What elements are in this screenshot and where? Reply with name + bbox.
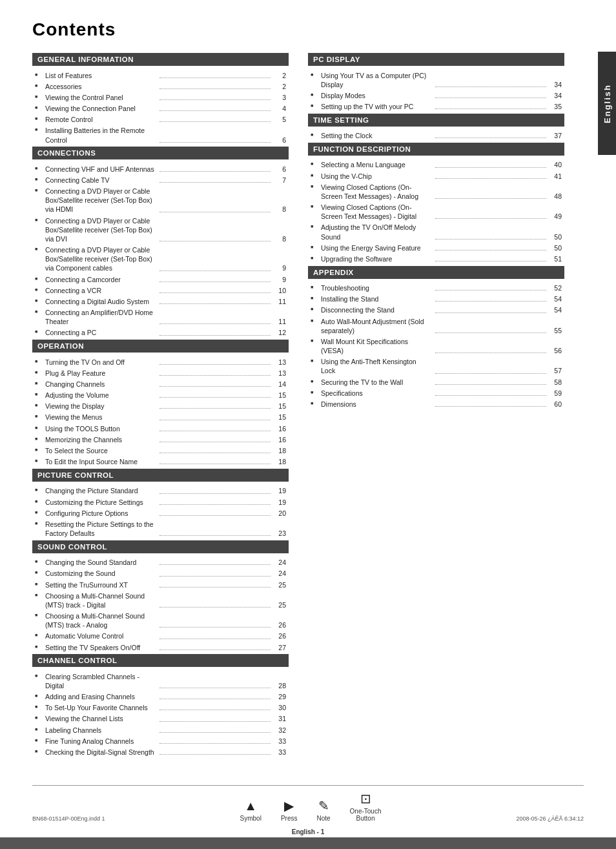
- toc-item: ■Labeling Channels32: [32, 724, 289, 735]
- toc-item-dots: [159, 576, 271, 577]
- toc-item-dots: [159, 99, 271, 100]
- press-icon: ▶: [284, 799, 294, 812]
- toc-item: ■Auto Wall-Mount Adjustment (Sold separa…: [308, 316, 564, 336]
- toc-item-dots: [435, 395, 547, 396]
- toc-item-page: 54: [549, 294, 562, 303]
- toc-item-text: Installing the Stand: [321, 294, 433, 303]
- toc-item-row: Wall Mount Kit Specifications (VESA)56: [321, 337, 562, 355]
- toc-bullet: ■: [35, 558, 43, 564]
- toc-item: ■Setting the Clock37: [308, 130, 564, 141]
- toc-bullet: ■: [35, 704, 43, 710]
- toc-item-row: To Select the Source18: [45, 446, 286, 455]
- section-header-time-setting: TIME SETTING: [308, 114, 564, 127]
- col-right: PC DISPLAY■Using Your TV as a Computer (…: [308, 53, 564, 759]
- toc-item-row: Viewing Closed Captions (On-Screen Text …: [321, 183, 562, 201]
- toc-item-row: Connecting an Amplifier/DVD Home Theater…: [45, 308, 286, 326]
- toc-item-page: 16: [273, 424, 286, 433]
- toc-item-row: List of Features2: [45, 71, 286, 80]
- toc-item-page: 15: [273, 413, 286, 422]
- toc-section-time-setting: TIME SETTING■Setting the Clock37: [308, 114, 564, 143]
- toc-item-page: 3: [273, 93, 286, 102]
- toc-item-row: Connecting a Digital Audio System11: [45, 297, 286, 306]
- toc-item-page: 13: [273, 369, 286, 378]
- toc-item-page: 57: [549, 366, 562, 375]
- toc-item-page: 29: [273, 692, 286, 701]
- toc-item-text: Connecting a Camcorder: [45, 275, 157, 284]
- toc-bullet: ■: [35, 309, 43, 314]
- toc-item-page: 55: [549, 326, 562, 335]
- toc-item-page: 31: [273, 714, 286, 723]
- toc-item-text: Changing the Picture Standard: [45, 486, 157, 495]
- col-left: GENERAL INFORMATION■List of Features2■Ac…: [32, 53, 289, 759]
- toc-item-row: Memorizing the Channels16: [45, 435, 286, 444]
- toc-item-page: 52: [549, 283, 562, 292]
- toc-item-text: Choosing a Multi-Channel Sound (MTS) tra…: [45, 611, 157, 629]
- toc-item-row: Securing the TV to the Wall58: [321, 378, 562, 387]
- toc-item-row: Using the V-Chip41: [321, 172, 562, 181]
- toc-bullet: ■: [35, 487, 43, 493]
- toc-item-dots: [159, 241, 271, 241]
- toc-bullet: ■: [35, 726, 43, 732]
- toc-item-row: Clearing Scrambled Channels - Digital28: [45, 672, 286, 690]
- toc-item-text: Fine Tuning Analog Channels: [45, 737, 157, 746]
- page-container: English Contents GENERAL INFORMATION■Lis…: [0, 0, 616, 849]
- toc-bullet: ■: [311, 318, 318, 323]
- toc-item: ■Connecting VHF and UHF Antennas6: [32, 163, 289, 174]
- toc-item-text: Clearing Scrambled Channels - Digital: [45, 672, 157, 690]
- toc-bullet: ■: [311, 203, 318, 209]
- toc-item-dots: [159, 88, 271, 89]
- side-tab: English: [598, 52, 616, 155]
- toc-item: ■Installing the Stand54: [308, 294, 564, 305]
- toc-item-text: Securing the TV to the Wall: [321, 378, 433, 387]
- toc-item-dots: [159, 650, 271, 650]
- toc-item-page: 26: [273, 620, 286, 629]
- toc-item-row: Connecting a Camcorder9: [45, 275, 286, 284]
- toc-item-page: 9: [273, 275, 286, 284]
- toc-item: ■To Set-Up Your Favorite Channels30: [32, 702, 289, 713]
- toc-item-page: 34: [549, 91, 562, 100]
- toc-list-picture-control: ■Changing the Picture Standard19■Customi…: [32, 484, 289, 540]
- toc-item-row: Adjusting the TV On/Off Melody Sound50: [321, 223, 562, 241]
- footer-symbol-symbol: ▲Symbol: [240, 799, 262, 822]
- toc-bullet: ■: [311, 183, 318, 189]
- toc-item-dots: [159, 721, 271, 722]
- toc-item-dots: [435, 87, 547, 87]
- toc-item: ■Setting up the TV with your PC35: [308, 101, 564, 112]
- toc-item-row: Customizing the Sound24: [45, 569, 286, 578]
- toc-item-text: Connecting a PC: [45, 328, 157, 337]
- toc-item-page: 12: [273, 328, 286, 337]
- note-icon: ✎: [318, 799, 329, 812]
- toc-item-text: Labeling Channels: [45, 726, 157, 735]
- toc-item: ■Securing the TV to the Wall58: [308, 376, 564, 387]
- toc-item-dots: [159, 535, 271, 536]
- toc-item-text: Resetting the Picture Settings to the Fa…: [45, 520, 157, 538]
- section-header-connections: CONNECTIONS: [32, 147, 289, 159]
- toc-item: ■Choosing a Multi-Channel Sound (MTS) tr…: [32, 590, 289, 610]
- toc-bullet: ■: [311, 378, 318, 384]
- toc-bullet: ■: [35, 298, 43, 303]
- toc-item-dots: [159, 564, 271, 565]
- toc-item-dots: [159, 732, 271, 733]
- toc-item-row: Plug & Play Feature13: [45, 369, 286, 378]
- toc-item-dots: [159, 442, 271, 442]
- toc-item-row: Viewing the Control Panel3: [45, 93, 286, 102]
- toc-bullet: ■: [311, 389, 318, 395]
- toc-item-text: Upgrading the Software: [321, 254, 433, 263]
- toc-item-row: Selecting a Menu Language40: [321, 160, 562, 169]
- toc-item-dots: [435, 250, 547, 251]
- toc-section-function-description: FUNCTION DESCRIPTION■Selecting a Menu La…: [308, 143, 564, 266]
- toc-item-dots: [159, 710, 271, 710]
- toc-item: ■Using the Anti-Theft Kensington Lock57: [308, 356, 564, 376]
- toc-item-page: 23: [273, 529, 286, 538]
- toc-section-channel-control: CHANNEL CONTROL■Clearing Scrambled Chann…: [32, 654, 289, 759]
- toc-item: ■Viewing Closed Captions (On-Screen Text…: [308, 181, 564, 201]
- toc-item-page: 60: [549, 400, 562, 409]
- toc-item: ■Connecting a DVD Player or Cable Box/Sa…: [32, 245, 289, 274]
- footer-left: BN68-01514P-00Eng.indd 1: [32, 815, 105, 822]
- toc-item-text: Viewing Closed Captions (On-Screen Text …: [321, 183, 433, 201]
- toc-item-dots: [159, 464, 271, 464]
- toc-bullet: ■: [35, 391, 43, 397]
- toc-item: ■To Edit the Input Source Name18: [32, 456, 289, 467]
- toc-item-text: Customizing the Picture Settings: [45, 498, 157, 507]
- toc-item-row: Display Modes34: [321, 91, 562, 100]
